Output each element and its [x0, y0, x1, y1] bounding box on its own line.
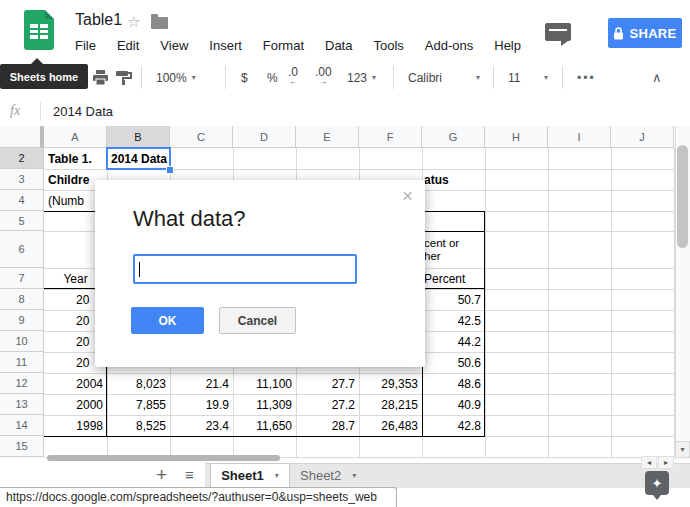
cell-G13[interactable]: 40.9 [422, 394, 485, 415]
cell-G14[interactable]: 42.8 [422, 415, 485, 436]
menu-insert[interactable]: Insert [209, 38, 242, 53]
scroll-right-button[interactable]: ▸ [658, 456, 674, 469]
cell-C12[interactable]: 21.4 [170, 373, 233, 394]
dialog-text-input[interactable] [133, 254, 357, 284]
ok-button[interactable]: OK [131, 307, 204, 334]
column-header-G[interactable]: G [422, 126, 485, 148]
cell-B13[interactable]: 7,855 [107, 394, 170, 415]
row-header-15[interactable]: 15 [0, 436, 44, 457]
cell-A14[interactable]: 1998 [44, 415, 107, 436]
cell-A13[interactable]: 2000 [44, 394, 107, 415]
formula-bar[interactable]: fx 2014 Data [0, 97, 690, 126]
cell-E14[interactable]: 28.7 [296, 415, 359, 436]
comments-icon[interactable] [545, 23, 571, 41]
cell-C14[interactable]: 23.4 [170, 415, 233, 436]
menu-data[interactable]: Data [325, 38, 352, 53]
column-header-F[interactable]: F [359, 126, 422, 148]
print-button[interactable] [92, 58, 109, 97]
star-icon[interactable]: ☆ [127, 13, 140, 31]
row-header-8[interactable]: 8 [0, 289, 44, 310]
format-currency-button[interactable]: $ [241, 58, 248, 97]
cell-A2[interactable]: Table 1. [44, 148, 107, 169]
cell-G10[interactable]: 44.2 [422, 331, 485, 352]
row-header-4[interactable]: 4 [0, 190, 44, 211]
cancel-button[interactable]: Cancel [219, 307, 296, 334]
menu-tools[interactable]: Tools [373, 38, 403, 53]
cell-G11[interactable]: 50.6 [422, 352, 485, 373]
row-header-6[interactable]: 6 [0, 231, 44, 268]
cell-F12[interactable]: 29,353 [359, 373, 422, 394]
row-header-10[interactable]: 10 [0, 331, 44, 352]
all-sheets-icon[interactable]: ≡ [185, 466, 194, 483]
cell-G6[interactable]: cent orher [422, 231, 485, 268]
cell-G9[interactable]: 42.5 [422, 310, 485, 331]
decrease-decimal-button[interactable]: .0 ← [288, 67, 298, 87]
sheet-tab-sheet2[interactable]: Sheet2▾ [300, 463, 356, 487]
column-header-C[interactable]: C [170, 126, 233, 148]
cell-G8[interactable]: 50.7 [422, 289, 485, 310]
add-sheet-button[interactable]: + [156, 464, 167, 486]
cell-E13[interactable]: 27.2 [296, 394, 359, 415]
fill-handle[interactable] [166, 166, 174, 174]
column-header-H[interactable]: H [485, 126, 548, 148]
close-icon[interactable]: × [402, 186, 413, 205]
format-percent-button[interactable]: % [267, 58, 278, 97]
row-header-13[interactable]: 13 [0, 394, 44, 415]
column-header-A[interactable]: A [44, 126, 107, 148]
folder-icon[interactable] [151, 17, 168, 29]
cell-G12[interactable]: 48.6 [422, 373, 485, 394]
font-family-select[interactable]: Calibri ▾ [408, 58, 480, 97]
vertical-scrollbar-thumb[interactable] [677, 145, 688, 248]
row-header-2[interactable]: 2 [0, 148, 44, 169]
cell-C13[interactable]: 19.9 [170, 394, 233, 415]
document-title[interactable]: Table1 [75, 11, 122, 29]
more-toolbar-button[interactable]: ••• [577, 58, 596, 97]
row-header-11[interactable]: 11 [0, 352, 44, 373]
collapse-toolbar-button[interactable]: ∧ [652, 58, 662, 97]
row-header-5[interactable]: 5 [0, 211, 44, 231]
horizontal-scrollbar-thumb[interactable] [47, 455, 280, 461]
cell-F14[interactable]: 26,483 [359, 415, 422, 436]
explore-icon[interactable]: ✦ [645, 471, 669, 495]
cell-D13[interactable]: 11,309 [233, 394, 296, 415]
column-header-D[interactable]: D [233, 126, 296, 148]
column-header-E[interactable]: E [296, 126, 359, 148]
column-header-B[interactable]: B [107, 126, 170, 148]
menu-add-ons[interactable]: Add-ons [425, 38, 473, 53]
menu-help[interactable]: Help [494, 38, 521, 53]
menu-edit[interactable]: Edit [117, 38, 139, 53]
increase-decimal-button[interactable]: .00 → [315, 67, 332, 87]
cell-E12[interactable]: 27.7 [296, 373, 359, 394]
row-header-14[interactable]: 14 [0, 415, 44, 436]
sheets-logo-icon[interactable] [24, 10, 54, 50]
row-header-3[interactable]: 3 [0, 169, 44, 190]
scroll-left-button[interactable]: ◂ [641, 456, 657, 469]
cell-G7[interactable]: Percent [422, 268, 485, 289]
number-format-button[interactable]: 123 ▾ [347, 58, 376, 97]
cell-G3[interactable]: atus [422, 169, 485, 190]
select-all-corner[interactable] [0, 126, 44, 148]
paint-format-button[interactable] [115, 58, 132, 97]
scroll-down-button[interactable]: ▾ [675, 441, 690, 458]
row-header-9[interactable]: 9 [0, 310, 44, 331]
chevron-down-icon[interactable]: ▾ [275, 471, 279, 480]
column-header-I[interactable]: I [548, 126, 611, 148]
cell-B12[interactable]: 8,023 [107, 373, 170, 394]
cell-F13[interactable]: 28,215 [359, 394, 422, 415]
menu-view[interactable]: View [160, 38, 188, 53]
menu-format[interactable]: Format [263, 38, 304, 53]
column-header-J[interactable]: J [611, 126, 674, 148]
sheet-tab-sheet1[interactable]: Sheet1▾ [210, 463, 290, 487]
menu-file[interactable]: File [75, 38, 96, 53]
share-button[interactable]: SHARE [608, 18, 682, 48]
chevron-down-icon[interactable]: ▾ [352, 471, 356, 480]
font-size-select[interactable]: 11 ▾ [508, 58, 548, 97]
cell-B14[interactable]: 8,525 [107, 415, 170, 436]
formula-bar-value[interactable]: 2014 Data [53, 104, 113, 119]
row-header-7[interactable]: 7 [0, 268, 44, 289]
cell-D12[interactable]: 11,100 [233, 373, 296, 394]
zoom-select[interactable]: 100% ▾ [156, 58, 196, 97]
row-header-12[interactable]: 12 [0, 373, 44, 394]
cell-D14[interactable]: 11,650 [233, 415, 296, 436]
cell-A12[interactable]: 2004 [44, 373, 107, 394]
